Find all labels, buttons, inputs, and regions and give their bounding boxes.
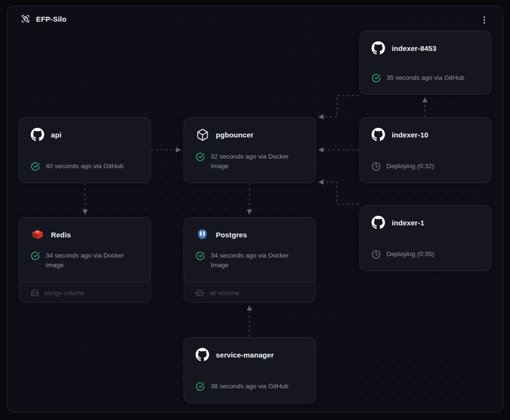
success-check-icon <box>372 74 381 83</box>
service-card-indexer-10[interactable]: indexer-10 Deploying (0:32) <box>360 117 491 183</box>
wire-indexer8453-pgbouncer <box>320 96 359 117</box>
service-card-api[interactable]: api 40 seconds ago via GitHub <box>19 117 151 183</box>
service-name: indexer-1 <box>392 219 424 227</box>
volume-name: air-volume <box>209 289 239 296</box>
volume-name: songs-volume <box>44 289 85 296</box>
package-icon <box>196 128 209 141</box>
deploy-status: 34 seconds ago via Docker Image <box>211 251 304 270</box>
service-name: Postgres <box>216 231 247 239</box>
deploy-status: 40 seconds ago via GitHub <box>46 161 124 171</box>
service-name: Redis <box>51 231 71 239</box>
kebab-menu-icon <box>484 16 485 18</box>
deploy-status: 35 seconds ago via GitHub <box>386 73 464 83</box>
service-name: service-manager <box>216 351 274 359</box>
redis-icon <box>31 228 44 241</box>
wire-indexer1-pgbouncer <box>320 182 359 204</box>
service-card-indexer-8453[interactable]: indexer-8453 35 seconds ago via GitHub <box>360 31 491 95</box>
volume-disk-icon <box>31 289 39 297</box>
service-name: indexer-10 <box>392 131 428 139</box>
volume-row: air-volume <box>184 283 315 304</box>
success-check-icon <box>196 152 205 161</box>
github-icon <box>372 216 385 229</box>
clock-icon <box>372 162 381 171</box>
deploy-status: 32 seconds ago via Docker Image <box>211 152 304 171</box>
github-icon <box>31 128 44 141</box>
project-header: EFP-Silo <box>21 14 66 24</box>
deploy-status: Deploying (0:35) <box>386 249 434 259</box>
service-card-service-manager[interactable]: service-manager 38 seconds ago via GitHu… <box>184 337 316 403</box>
project-title: EFP-Silo <box>36 15 66 23</box>
service-name: pgbouncer <box>216 131 253 139</box>
volume-disk-icon <box>196 289 204 297</box>
volume-row: songs-volume <box>19 283 150 304</box>
github-icon <box>372 128 385 141</box>
success-check-icon <box>196 382 205 391</box>
deploy-status: Deploying (0:32) <box>386 161 434 171</box>
clock-icon <box>372 250 381 259</box>
github-icon <box>196 348 209 361</box>
service-card-pgbouncer[interactable]: pgbouncer 32 seconds ago via Docker Imag… <box>184 117 316 183</box>
frame-group-icon <box>21 14 30 24</box>
deployment-canvas[interactable]: EFP-Silo indexer-8453 35 seconds ago via <box>7 6 503 412</box>
deploy-status: 38 seconds ago via GitHub <box>211 382 288 391</box>
success-check-icon <box>196 251 205 260</box>
service-card-redis[interactable]: Redis 34 seconds ago via Docker Image so… <box>19 217 151 303</box>
postgres-icon <box>196 228 209 241</box>
service-name: indexer-8453 <box>392 44 436 52</box>
deploy-status: 34 seconds ago via Docker Image <box>46 251 139 270</box>
service-card-indexer-1[interactable]: indexer-1 Deploying (0:35) <box>360 205 491 271</box>
service-card-postgres[interactable]: Postgres 34 seconds ago via Docker Image… <box>184 217 316 303</box>
service-name: api <box>51 131 62 139</box>
success-check-icon <box>31 251 40 260</box>
github-icon <box>372 41 385 55</box>
project-menu-button[interactable] <box>478 13 490 26</box>
success-check-icon <box>31 162 40 171</box>
